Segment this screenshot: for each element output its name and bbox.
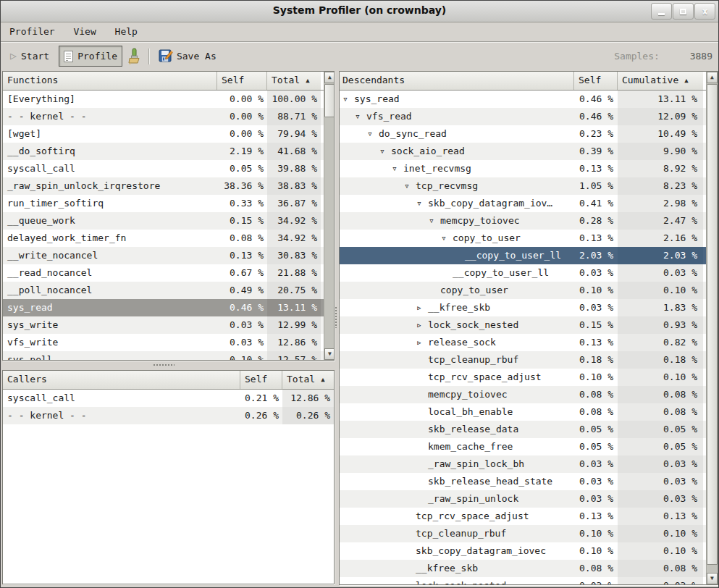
expander-expanded-icon[interactable]: ▿ bbox=[355, 108, 366, 125]
minimize-button[interactable] bbox=[651, 3, 672, 20]
sort-ascending-icon: ▲ bbox=[321, 376, 324, 383]
callers-column-header[interactable]: Callers bbox=[3, 371, 240, 389]
menu-profiler[interactable]: Profiler bbox=[1, 23, 62, 42]
tree-row[interactable]: __copy_to_user_ll0.03 %0.03 % bbox=[340, 264, 718, 282]
scroll-down-icon[interactable]: ▼ bbox=[324, 348, 335, 360]
tree-row[interactable]: skb_release_head_state0.03 %0.03 % bbox=[340, 473, 718, 490]
descendants-scrollbar[interactable]: ▲ ▼ bbox=[706, 72, 718, 584]
table-row[interactable]: - - kernel - -0.00 %88.71 % bbox=[3, 108, 334, 125]
expander-expanded-icon[interactable]: ▿ bbox=[392, 160, 403, 177]
expander-collapsed-icon[interactable]: ▹ bbox=[416, 299, 428, 316]
tree-row[interactable]: ▿skb_copy_datagram_iov…0.41 %2.98 % bbox=[340, 195, 718, 212]
titlebar[interactable]: System Profiler (on crownbay) x bbox=[1, 1, 718, 22]
close-button[interactable]: x bbox=[694, 3, 715, 20]
expander-collapsed-icon[interactable]: ▹ bbox=[416, 334, 428, 351]
tree-row[interactable]: tcp_rcv_space_adjust0.10 %0.10 % bbox=[340, 369, 718, 386]
tree-cell-name: ▿sys_read bbox=[340, 91, 574, 108]
tree-cell-self: 0.15 % bbox=[574, 316, 618, 334]
reset-button[interactable] bbox=[124, 46, 144, 67]
scroll-down-icon[interactable]: ▼ bbox=[707, 573, 718, 584]
tree-row[interactable]: ▿copy_to_user0.13 %2.16 % bbox=[340, 230, 718, 247]
menu-view[interactable]: View bbox=[67, 23, 102, 42]
tree-row[interactable]: ▿vfs_read0.46 %12.09 % bbox=[340, 108, 718, 125]
tree-row[interactable]: ▿tcp_recvmsg1.05 %8.23 % bbox=[340, 177, 718, 195]
tree-row[interactable]: skb_release_data0.05 %0.05 % bbox=[340, 421, 718, 438]
tree-row[interactable]: skb_copy_datagram_iovec0.10 %0.10 % bbox=[340, 542, 718, 560]
maximize-button[interactable] bbox=[673, 3, 694, 20]
tree-row[interactable]: ▿do_sync_read0.23 %10.49 % bbox=[340, 125, 718, 143]
tree-row[interactable]: ▿inet_recvmsg0.13 %8.92 % bbox=[340, 160, 718, 177]
profile-toggle-button[interactable]: Profile bbox=[59, 46, 122, 67]
tree-row[interactable]: __kfree_skb0.08 %0.08 % bbox=[340, 560, 718, 577]
tree-row[interactable]: ▹lock_sock_nested0.15 %0.93 % bbox=[340, 316, 718, 334]
tree-row[interactable]: copy_to_user0.10 %0.10 % bbox=[340, 282, 718, 299]
expander-expanded-icon[interactable]: ▿ bbox=[416, 195, 428, 212]
expander-expanded-icon[interactable]: ▿ bbox=[342, 91, 354, 108]
table-row[interactable]: __queue_work0.15 %34.92 % bbox=[3, 212, 334, 230]
tree-row[interactable]: kmem_cache_free0.05 %0.05 % bbox=[340, 438, 718, 455]
callers-total-column-header[interactable]: Total▲ bbox=[282, 371, 334, 389]
cell: 0.00 % bbox=[217, 108, 267, 125]
close-icon: x bbox=[702, 7, 707, 16]
cell: 13.11 % bbox=[267, 299, 321, 316]
table-row[interactable]: __read_nocancel0.67 %21.88 % bbox=[3, 264, 334, 282]
scroll-up-icon[interactable]: ▲ bbox=[324, 72, 335, 83]
descendants-scrollbar-thumb[interactable] bbox=[707, 84, 718, 565]
functions-total-column-header[interactable]: Total▲ bbox=[267, 72, 321, 90]
tree-cell-self: 0.18 % bbox=[574, 351, 618, 369]
table-row[interactable]: delayed_work_timer_fn0.08 %34.92 % bbox=[3, 230, 334, 247]
tree-row[interactable]: _raw_spin_lock_bh0.03 %0.03 % bbox=[340, 455, 718, 473]
tree-row[interactable]: ▿memcpy_toiovec0.28 %2.47 % bbox=[340, 212, 718, 230]
expander-expanded-icon[interactable]: ▿ bbox=[404, 177, 416, 195]
tree-row[interactable]: lock_sock_nested0.03 %0.03 % bbox=[340, 577, 718, 585]
menu-help[interactable]: Help bbox=[109, 23, 144, 42]
start-button[interactable]: ▷ Start bbox=[5, 46, 54, 67]
table-row[interactable]: syscall_call0.05 %39.88 % bbox=[3, 160, 334, 177]
tree-row[interactable]: memcpy_toiovec0.08 %0.08 % bbox=[340, 386, 718, 403]
tree-row[interactable]: tcp_cleanup_rbuf0.10 %0.10 % bbox=[340, 525, 718, 542]
table-row[interactable]: vfs_write0.03 %12.86 % bbox=[3, 334, 334, 351]
table-row[interactable]: sys_read0.46 %13.11 % bbox=[3, 299, 334, 316]
expander-expanded-icon[interactable]: ▿ bbox=[367, 125, 379, 143]
descendants-self-column-header[interactable]: Self bbox=[574, 72, 618, 90]
tree-row[interactable]: _raw_spin_unlock0.03 %0.03 % bbox=[340, 490, 718, 508]
tree-row[interactable]: ▿sys_read0.46 %13.11 % bbox=[340, 91, 718, 108]
tree-cell-cumulative: 0.08 % bbox=[618, 386, 703, 403]
tree-row[interactable]: tcp_cleanup_rbuf0.18 %0.18 % bbox=[340, 351, 718, 369]
tree-cell-cumulative: 0.08 % bbox=[618, 560, 703, 577]
tree-row[interactable]: local_bh_enable0.08 %0.08 % bbox=[340, 403, 718, 421]
vertical-splitter-handle[interactable] bbox=[335, 306, 338, 328]
tree-row[interactable]: __copy_to_user_ll2.03 %2.03 % bbox=[340, 247, 718, 264]
table-row[interactable]: __poll_nocancel0.49 %20.75 % bbox=[3, 282, 334, 299]
table-row[interactable]: [wget]0.00 %79.94 % bbox=[3, 125, 334, 143]
table-row[interactable]: run_timer_softirq0.33 %36.87 % bbox=[3, 195, 334, 212]
tree-row[interactable]: ▹__kfree_skb0.03 %1.83 % bbox=[340, 299, 718, 316]
functions-self-column-header[interactable]: Self bbox=[217, 72, 267, 90]
table-row[interactable]: sys_poll0.10 %12.57 % bbox=[3, 351, 334, 361]
tree-row[interactable]: tcp_rcv_space_adjust0.13 %0.13 % bbox=[340, 508, 718, 525]
descendants-cumulative-column-header[interactable]: Cumulative▲ bbox=[618, 72, 703, 90]
horizontal-splitter-handle[interactable] bbox=[153, 364, 175, 367]
callers-self-column-header[interactable]: Self bbox=[240, 371, 282, 389]
table-row[interactable]: __write_nocancel0.13 %30.83 % bbox=[3, 247, 334, 264]
functions-column-header[interactable]: Functions bbox=[3, 72, 217, 90]
tree-row[interactable]: ▹release_sock0.13 %0.82 % bbox=[340, 334, 718, 351]
table-row[interactable]: - - kernel - -0.26 %0.26 % bbox=[3, 407, 334, 424]
functions-scrollbar[interactable]: ▲ ▼ bbox=[324, 72, 335, 360]
table-row[interactable]: sys_write0.03 %12.99 % bbox=[3, 316, 334, 334]
table-row[interactable]: _raw_spin_unlock_irqrestore38.36 %38.83 … bbox=[3, 177, 334, 195]
save-as-button[interactable]: Save As bbox=[154, 46, 222, 67]
expander-collapsed-icon[interactable]: ▹ bbox=[416, 316, 428, 334]
expander-expanded-icon[interactable]: ▿ bbox=[379, 143, 391, 160]
expander-expanded-icon[interactable]: ▿ bbox=[441, 230, 453, 247]
tree-cell-cumulative: 13.11 % bbox=[618, 91, 703, 108]
table-row[interactable]: __do_softirq2.19 %41.68 % bbox=[3, 143, 334, 160]
cell: 41.68 % bbox=[267, 143, 321, 160]
descendants-column-header[interactable]: Descendants bbox=[340, 72, 574, 90]
functions-scrollbar-thumb[interactable] bbox=[324, 84, 335, 117]
scroll-up-icon[interactable]: ▲ bbox=[707, 72, 718, 83]
tree-row[interactable]: ▿sock_aio_read0.39 %9.90 % bbox=[340, 143, 718, 160]
table-row[interactable]: [Everything]0.00 %100.00 % bbox=[3, 91, 334, 108]
expander-expanded-icon[interactable]: ▿ bbox=[429, 212, 440, 230]
table-row[interactable]: syscall_call0.21 %12.86 % bbox=[3, 390, 334, 407]
